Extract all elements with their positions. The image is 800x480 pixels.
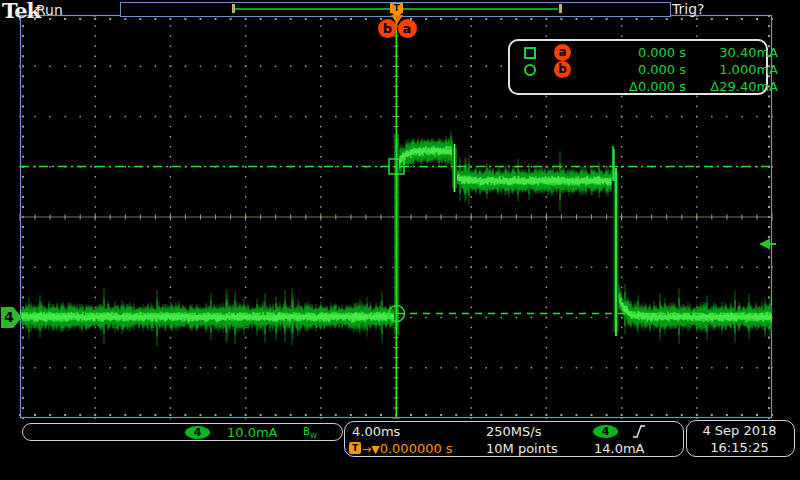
channel4-readout-box[interactable]: 4 10.0mA BW xyxy=(22,423,343,441)
cursor-b-circle-icon xyxy=(524,64,536,76)
cursor-delta-time: Δ0.000 s xyxy=(582,79,686,94)
cursor-a-square-icon xyxy=(524,47,536,59)
cursor-readout-box: a 0.000 s 30.40mA b 0.000 s 1.000mA Δ0.0… xyxy=(508,39,768,95)
arrow-down-icon: ▼ xyxy=(371,443,379,456)
cursor-a-label-badge: a xyxy=(554,44,571,61)
bandwidth-limit-badge: BW xyxy=(303,426,317,440)
cursor-b-label-badge: b xyxy=(554,61,571,78)
trigger-level-arrow-icon[interactable] xyxy=(759,239,776,250)
rising-edge-icon xyxy=(632,424,646,439)
bw-sub: W xyxy=(310,432,317,440)
expansion-bracket-right xyxy=(559,4,562,13)
trigger-level-readout: 14.0mA xyxy=(594,441,645,456)
cursor-a-time: 0.000 s xyxy=(582,45,686,60)
oscilloscope-screen: Tek Run Trig? T b a a 0.000 s 30.40mA b … xyxy=(0,0,800,480)
tek-logo: Tek xyxy=(2,0,40,23)
timebase-readout: 4.00ms xyxy=(352,424,400,439)
trigger-status: Trig? xyxy=(672,1,704,17)
trigger-position-value: 0.000000 s xyxy=(380,441,453,456)
cursor-a-value: 30.40mA xyxy=(686,45,778,60)
date-readout: 4 Sep 2018 xyxy=(687,423,792,438)
cursor-b-value: 1.000mA xyxy=(686,62,778,77)
acquisition-status: Run xyxy=(36,2,63,18)
channel4-marker[interactable]: 4 xyxy=(1,307,22,328)
record-length-readout: 10M points xyxy=(486,441,558,456)
datetime-box: 4 Sep 2018 16:15:25 xyxy=(686,420,795,457)
trigger-icon: T xyxy=(349,442,361,454)
cursor-b-time: 0.000 s xyxy=(582,62,686,77)
channel4-badge: 4 xyxy=(185,426,210,439)
arrow-right-icon: → xyxy=(362,443,371,456)
cursor-a-square-marker[interactable] xyxy=(389,159,404,174)
trigger-source-badge: 4 xyxy=(593,425,618,438)
horizontal-trigger-readout-box[interactable]: 4.00ms 250MS/s 4 T →▼0.000000 s 10M poin… xyxy=(344,421,684,457)
bw-main: B xyxy=(303,426,310,437)
trigger-position-marker-icon: T xyxy=(390,3,403,13)
trigger-position-readout: →▼0.000000 s xyxy=(362,441,453,456)
sample-rate-readout: 250MS/s xyxy=(486,424,541,439)
cursor-delta-value: Δ29.40mA xyxy=(686,79,778,94)
cursor-b-circle-marker[interactable] xyxy=(389,306,405,322)
time-readout: 16:15:25 xyxy=(687,440,792,455)
cursor-position-arrow-icon xyxy=(391,15,403,24)
channel4-scale: 10.0mA xyxy=(227,425,278,440)
